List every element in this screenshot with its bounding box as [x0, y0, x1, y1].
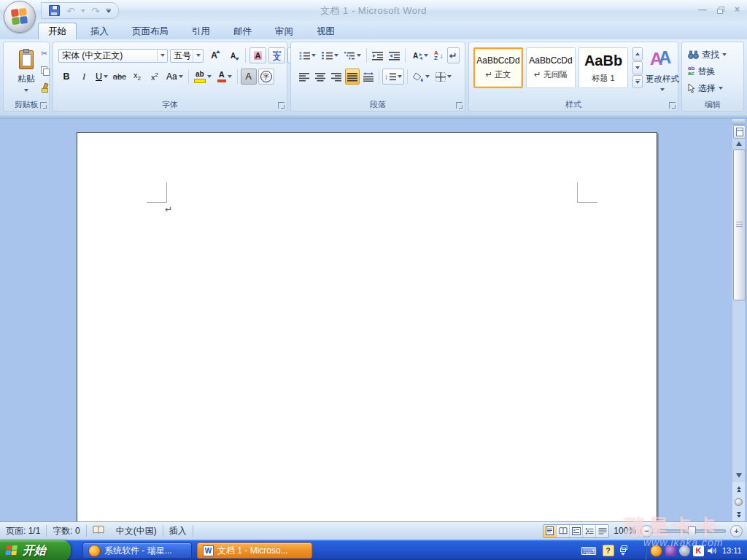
- outline-view-button[interactable]: [583, 525, 596, 537]
- styles-scroll-up-button[interactable]: [632, 47, 643, 61]
- show-marks-button[interactable]: ↵: [447, 47, 460, 63]
- select-browse-object-button[interactable]: [735, 498, 743, 506]
- zoom-out-button[interactable]: −: [640, 525, 653, 537]
- copy-button[interactable]: [37, 63, 51, 77]
- find-button[interactable]: 查找: [688, 48, 727, 61]
- superscript-button[interactable]: x2: [147, 69, 163, 85]
- style-heading1[interactable]: AaBb 标题 1: [578, 47, 628, 88]
- undo-button[interactable]: ↶: [64, 4, 77, 17]
- numbering-button[interactable]: [320, 47, 341, 63]
- undo-dropdown-icon[interactable]: [81, 9, 85, 12]
- highlight-color-button[interactable]: ab: [192, 69, 214, 85]
- office-button[interactable]: [4, 1, 36, 33]
- change-styles-button[interactable]: AA 更改样式: [646, 47, 679, 104]
- fullscreen-reading-view-button[interactable]: [557, 525, 570, 537]
- font-name-combo[interactable]: 宋体 (中文正文): [58, 49, 168, 63]
- language-help-button[interactable]: ?: [603, 545, 614, 556]
- save-button[interactable]: [47, 4, 61, 17]
- align-left-button[interactable]: [297, 69, 311, 85]
- underline-button[interactable]: U: [93, 69, 110, 85]
- scrollbar-thumb[interactable]: [733, 149, 746, 300]
- format-painter-button[interactable]: [37, 80, 51, 94]
- multilevel-list-button[interactable]: [342, 47, 363, 63]
- tab-view[interactable]: 视图: [307, 23, 344, 39]
- zoom-level[interactable]: 100%: [614, 526, 636, 536]
- italic-button[interactable]: I: [76, 69, 92, 85]
- tab-home[interactable]: 开始: [38, 23, 77, 39]
- draft-view-button[interactable]: [596, 525, 608, 537]
- tray-gray-icon[interactable]: [679, 545, 690, 556]
- ruler-toggle-button[interactable]: [733, 125, 746, 139]
- document-area[interactable]: ↵: [0, 119, 747, 521]
- start-button[interactable]: 开始: [0, 540, 71, 560]
- tray-kaspersky-icon[interactable]: K: [693, 545, 704, 556]
- document-page[interactable]: ↵: [77, 132, 657, 521]
- subscript-button[interactable]: x2: [129, 69, 145, 85]
- bold-button[interactable]: B: [58, 69, 74, 85]
- enclose-characters-button[interactable]: 字: [258, 69, 274, 85]
- zoom-slider[interactable]: [657, 529, 726, 533]
- minimize-button[interactable]: —: [698, 5, 707, 14]
- redo-button[interactable]: ↷: [89, 4, 102, 17]
- font-size-combo[interactable]: 五号: [170, 49, 204, 63]
- character-shading-button[interactable]: A: [241, 69, 257, 85]
- tab-references[interactable]: 引用: [182, 23, 220, 39]
- clipboard-dialog-launcher[interactable]: [40, 102, 47, 109]
- font-dialog-launcher[interactable]: [278, 102, 285, 109]
- select-button[interactable]: 选择: [688, 82, 723, 95]
- shrink-font-button[interactable]: A: [225, 47, 241, 63]
- decrease-indent-button[interactable]: [370, 47, 385, 63]
- increase-indent-button[interactable]: [387, 47, 402, 63]
- tray-rising-icon[interactable]: [650, 545, 662, 557]
- style-no-spacing[interactable]: AaBbCcDd ↵ 无间隔: [526, 47, 576, 88]
- print-layout-view-button[interactable]: [543, 525, 557, 537]
- shading-button[interactable]: [411, 69, 432, 85]
- justify-button[interactable]: [345, 69, 360, 85]
- font-color-button[interactable]: A: [215, 69, 234, 85]
- task-button-word[interactable]: W 文档 1 - Microso...: [197, 542, 312, 559]
- zoom-slider-thumb[interactable]: [688, 526, 696, 537]
- styles-gallery-more-button[interactable]: [632, 75, 643, 88]
- status-wordcount[interactable]: 字数: 0: [47, 525, 85, 537]
- styles-scroll-down-button[interactable]: [632, 61, 643, 74]
- strikethrough-button[interactable]: abe: [112, 69, 128, 85]
- tab-mailings[interactable]: 邮件: [224, 23, 261, 39]
- bullets-button[interactable]: [297, 47, 318, 63]
- close-button[interactable]: ×: [735, 5, 740, 14]
- qat-customize-button[interactable]: [106, 9, 111, 13]
- paragraph-dialog-launcher[interactable]: [456, 102, 462, 109]
- restore-button[interactable]: [717, 7, 724, 13]
- grow-font-button[interactable]: A: [206, 47, 222, 63]
- line-spacing-button[interactable]: ↕: [382, 69, 404, 85]
- zoom-in-button[interactable]: +: [730, 525, 743, 537]
- tab-insert[interactable]: 插入: [81, 23, 118, 39]
- asian-layout-button[interactable]: A: [409, 47, 430, 63]
- language-bar-restore-button[interactable]: [620, 545, 627, 556]
- keyboard-icon[interactable]: ⌨: [581, 545, 597, 556]
- replace-button[interactable]: abac 替换: [688, 65, 715, 78]
- status-language[interactable]: 中文(中国): [110, 525, 163, 537]
- align-center-button[interactable]: [313, 69, 328, 85]
- style-normal[interactable]: AaBbCcDd ↵ 正文: [473, 47, 523, 88]
- tray-purple-icon[interactable]: [665, 545, 676, 556]
- tab-page-layout[interactable]: 页面布局: [123, 23, 178, 39]
- cut-button[interactable]: ✂: [37, 47, 51, 61]
- distribute-button[interactable]: [361, 69, 376, 85]
- styles-dialog-launcher[interactable]: [669, 102, 676, 109]
- tray-clock[interactable]: 13:11: [722, 546, 742, 555]
- next-page-button[interactable]: [733, 510, 744, 519]
- sort-button[interactable]: AZ ↓: [432, 47, 446, 63]
- phonetic-guide-button[interactable]: wén 文: [268, 47, 285, 63]
- scroll-down-button[interactable]: [733, 470, 744, 481]
- split-handle[interactable]: [732, 119, 745, 125]
- vertical-scrollbar[interactable]: [732, 119, 745, 521]
- task-button-rising[interactable]: 系统软件 - 瑞星...: [82, 542, 192, 559]
- status-page[interactable]: 页面: 1/1: [0, 525, 46, 537]
- web-layout-view-button[interactable]: [570, 525, 583, 537]
- status-insert-mode[interactable]: 插入: [163, 525, 193, 537]
- tab-review[interactable]: 审阅: [266, 23, 303, 39]
- align-right-button[interactable]: [329, 69, 344, 85]
- previous-page-button[interactable]: [733, 484, 744, 494]
- tray-volume-icon[interactable]: [707, 545, 718, 556]
- scroll-up-button[interactable]: [733, 139, 744, 149]
